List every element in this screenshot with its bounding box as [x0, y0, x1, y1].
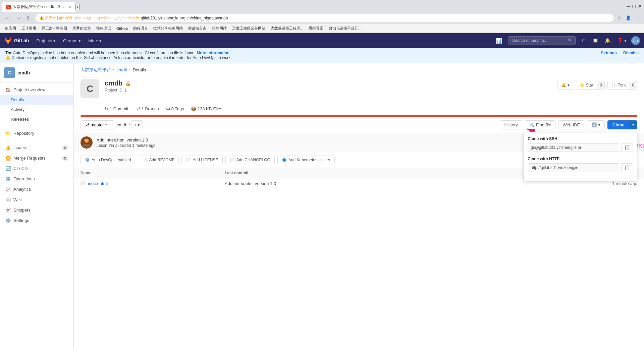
commits-stat[interactable]: ↻ 1 Commit	[105, 106, 128, 111]
gitlab-header: GitLab Projects ▾ Groups ▾ More ▾ 📊 🔍 ⊏ …	[0, 33, 644, 48]
close-tab-btn[interactable]: ✕	[68, 5, 71, 9]
search-icon: 🔍	[568, 38, 573, 43]
commit-avatar-img	[80, 136, 93, 149]
merge-requests-icon-btn[interactable]: ⊏	[580, 36, 588, 45]
reload-btn[interactable]: ↻	[25, 14, 33, 22]
tab-title: 大数据运维平台 / cmdb · GitLab	[13, 4, 66, 10]
add-file-btn[interactable]: + ▾	[131, 120, 143, 129]
groups-nav[interactable]: Groups ▾	[60, 36, 84, 46]
branch-selector[interactable]: ⎇ master ▾	[80, 120, 114, 129]
clone-ssh-input[interactable]	[528, 143, 619, 152]
stats-icon-btn[interactable]: 📊	[494, 36, 504, 46]
plus-icon: +	[134, 122, 137, 127]
restore-btn[interactable]: □	[632, 3, 636, 9]
forward-btn[interactable]: →	[14, 14, 23, 22]
sidebar-item-details[interactable]: Details	[0, 95, 73, 105]
user-avatar[interactable]: U ▾	[631, 36, 640, 45]
more-options-btn[interactable]: ⋮	[634, 14, 641, 22]
issues-icon-btn[interactable]: 🔲	[590, 36, 600, 45]
clone-dropdown-btn[interactable]: ▾	[629, 121, 637, 129]
bookmark-4[interactable]: 性格测试	[95, 25, 112, 32]
fork-btn[interactable]: 🍴 Fork	[608, 81, 629, 89]
find-file-btn[interactable]: 🔍 Find file	[525, 120, 556, 129]
star-btn[interactable]: ⭐ Star	[576, 81, 597, 89]
bookmark-3[interactable]: 优秀的文章	[71, 25, 92, 32]
download-btn[interactable]: ⬇️ ▾	[587, 120, 605, 129]
profile-btn[interactable]: 👤	[624, 14, 632, 22]
bookmark-7[interactable]: 技术分享相关网站	[152, 25, 184, 32]
gitlab-logo[interactable]: GitLab	[4, 37, 29, 45]
auto-devops-btn[interactable]: ⚙️ Auto DevOps enabled	[80, 156, 135, 164]
help-btn[interactable]: ❓ ▾	[615, 36, 629, 45]
project-actions: 🔔 ▾ ⭐ Star 0 🍴 Fork 0	[557, 81, 637, 90]
sidebar-item-analytics[interactable]: 📈 Analytics	[0, 184, 73, 194]
active-tab[interactable]: G 大数据运维平台 / cmdb · GitLab ✕	[2, 2, 75, 12]
projects-nav[interactable]: Projects ▾	[33, 36, 59, 46]
sidebar-item-operations[interactable]: ⚙️ Operations	[0, 174, 73, 184]
clone-btn-group: Clone ▾	[607, 120, 637, 129]
commit-icon: ↻	[105, 106, 108, 111]
stats-row: ↻ 1 Commit ⎇ 1 Branch 🏷 0 Tags 📦 133 KB …	[74, 104, 644, 115]
header-search[interactable]	[508, 36, 576, 45]
address-bar[interactable]	[141, 16, 610, 20]
col-commit-header: Last commit	[218, 171, 500, 175]
bookmark-11[interactable]: 大数据运维工程师...	[269, 25, 305, 32]
sidebar-item-merge-requests[interactable]: 🔀 Merge Requests 0	[0, 153, 73, 163]
banner-settings-link[interactable]: Settings | Dismiss	[601, 51, 639, 55]
new-tab-btn[interactable]: +	[75, 4, 79, 10]
clone-http-label: Clone with HTTP	[528, 157, 633, 161]
add-license-btn[interactable]: 📄 Add LICENSE	[181, 156, 222, 164]
main-content: 大数据运维平台 › cmdb › Details C cmdb 🔒 Projec…	[74, 63, 644, 349]
file-name: index.html	[88, 181, 108, 186]
clone-http-input[interactable]	[528, 163, 619, 172]
sidebar: C cmdb 🏠 Project overview Details Activi…	[0, 63, 74, 349]
add-changelog-btn[interactable]: 📄 Add CHANGELOG	[225, 156, 275, 164]
notification-btn[interactable]: 🔔 ▾	[558, 81, 573, 89]
clone-http-copy-btn[interactable]: 📋	[621, 163, 633, 172]
home-icon: 🏠	[5, 87, 11, 92]
bookmark-btn[interactable]: ☆	[616, 14, 623, 22]
wiki-icon: 📖	[5, 197, 11, 202]
sidebar-item-releases[interactable]: Releases	[0, 114, 73, 124]
more-nav[interactable]: More ▾	[85, 36, 105, 46]
sidebar-project-avatar: C	[4, 67, 15, 78]
breadcrumb-root[interactable]: 大数据运维平台	[80, 67, 111, 73]
bookmark-2[interactable]: 尹正杰 - 博客园	[40, 25, 68, 32]
branches-stat[interactable]: ⎇ 1 Branch	[135, 106, 159, 111]
sidebar-item-activity[interactable]: Activity	[0, 105, 73, 114]
files-stat[interactable]: 📦 133 KB Files	[191, 106, 222, 111]
sidebar-project-header: C cmdb	[0, 63, 73, 82]
bookmark-8[interactable]: 前后端分离	[187, 25, 208, 32]
notifications-btn[interactable]: 🔔	[603, 36, 612, 45]
bookmark-apps[interactable]: ⊞ 应用	[3, 25, 17, 32]
add-kubernetes-btn[interactable]: 🔷 Add Kubernetes cluster	[277, 156, 335, 164]
tags-stat[interactable]: 🏷 0 Tags	[166, 106, 184, 111]
sidebar-item-repository[interactable]: 📁 Repository	[0, 128, 73, 138]
bookmark-5[interactable]: GitHub	[115, 26, 129, 31]
bookmark-10[interactable]: 运维工程师必备网站	[231, 25, 267, 32]
clone-ssh-label: Clone with SSH	[528, 136, 633, 141]
annotation-area: 点击"Clone"可以看到我们有两种克隆方式	[74, 189, 644, 209]
sidebar-item-wiki[interactable]: 📖 Wiki	[0, 194, 73, 205]
branch-icon: ⎇	[84, 122, 89, 127]
breadcrumb-project[interactable]: cmdb	[116, 67, 127, 72]
bookmark-9[interactable]: 招聘网站	[211, 25, 228, 32]
bookmark-6[interactable]: 编程语言	[132, 25, 149, 32]
sidebar-item-issues[interactable]: ⚠️ Issues 0	[0, 142, 73, 153]
sidebar-item-snippets[interactable]: ✂️ Snippets	[0, 205, 73, 215]
clone-btn[interactable]: Clone	[608, 121, 629, 129]
sidebar-item-project-overview[interactable]: 🏠 Project overview	[0, 84, 73, 95]
minimize-btn[interactable]: ─	[627, 3, 630, 9]
add-readme-btn[interactable]: 📄 Add README	[138, 156, 179, 164]
sidebar-item-cicd[interactable]: 🔄 CI / CD	[0, 163, 73, 174]
bookmark-12[interactable]: 思维导图	[307, 25, 325, 32]
close-btn[interactable]: ✕	[638, 3, 642, 9]
bookmark-13[interactable]: 自动化运维平台开...	[327, 25, 363, 32]
sidebar-item-settings[interactable]: ⚙️ Settings	[0, 215, 73, 226]
clone-ssh-copy-btn[interactable]: 📋	[621, 143, 633, 152]
history-btn[interactable]: History	[500, 120, 522, 129]
web-ide-btn[interactable]: Web IDE	[558, 120, 584, 129]
bookmark-1[interactable]: 工作常用	[20, 25, 38, 32]
back-btn[interactable]: ←	[3, 14, 12, 22]
branch-icon: ⎇	[135, 106, 140, 111]
